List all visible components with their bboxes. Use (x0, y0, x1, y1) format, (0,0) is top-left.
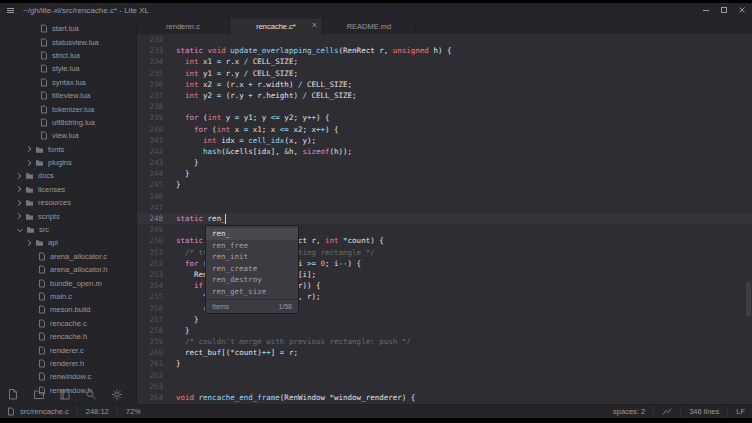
tree-file-view-lua[interactable]: view.lua (0, 129, 136, 142)
line-text (176, 381, 752, 392)
code-line-241[interactable]: 241 int idx = cell_idx(x, y); (137, 135, 752, 146)
editor-scrollbar[interactable] (746, 282, 751, 317)
tree-folder-docs[interactable]: docs (0, 169, 136, 182)
status-scroll-percent[interactable]: 72% (126, 407, 141, 416)
file-tree-sidebar: start.luastatusview.luastrict.luastyle.l… (0, 18, 137, 404)
status-line-count[interactable]: 346 lines (689, 407, 719, 416)
tree-file-titleview-lua[interactable]: titleview.lua (0, 89, 136, 102)
code-line-259[interactable]: 259 /* couldn't merge with previous rect… (137, 336, 752, 347)
graph-icon[interactable] (662, 407, 672, 416)
tree-item-label: fonts (48, 145, 64, 154)
tree-folder-src[interactable]: src (0, 223, 136, 236)
tree-file-strict-lua[interactable]: strict.lua (0, 49, 136, 62)
line-number: 260 (137, 347, 176, 358)
tree-item-label: renderer.c (50, 346, 84, 355)
tree-file-renwindow-c[interactable]: renwindow.c (0, 370, 136, 383)
code-line-263[interactable]: 263 (137, 381, 752, 392)
tab-renderer-c[interactable]: renderer.c (137, 18, 230, 34)
tree-item-label: bundle_open.m (50, 279, 102, 288)
tree-file-syntax-lua[interactable]: syntax.lua (0, 76, 136, 89)
code-line-264[interactable]: 264void rencache_end_frame(RenWindow *wi… (137, 392, 752, 403)
tree-folder-api[interactable]: api (0, 236, 136, 249)
status-indent-mode[interactable]: spaces: 2 (613, 407, 645, 416)
code-line-235[interactable]: 235 int y1 = r.y / CELL_SIZE; (137, 68, 752, 79)
settings-icon[interactable] (111, 388, 123, 401)
line-text: static ren_ (176, 213, 752, 224)
status-cursor-position[interactable]: 248:12 (86, 407, 109, 416)
code-line-234[interactable]: 234 int x1 = r.x / CELL_SIZE; (137, 56, 752, 67)
code-line-238[interactable]: 238 (137, 101, 752, 112)
code-line-258[interactable]: 258 } (137, 325, 752, 336)
tree-file-main-c[interactable]: main.c (0, 290, 136, 303)
tab-readme-md[interactable]: README.md (323, 18, 416, 34)
file-icon (40, 24, 48, 33)
code-line-240[interactable]: 240 for (int x = x1; x <= x2; x++) { (137, 124, 752, 135)
tree-folder-resources[interactable]: resources (0, 196, 136, 209)
code-line-236[interactable]: 236 int x2 = (r.x + r.width) / CELL_SIZE… (137, 79, 752, 90)
search-icon[interactable] (85, 388, 97, 401)
tree-file-arena-allocator-h[interactable]: arena_allocator.h (0, 263, 136, 276)
autocomplete-item-ren-destroy[interactable]: ren_destroy (206, 274, 298, 286)
autocomplete-items-label: Items (212, 303, 229, 310)
code-line-246[interactable]: 246 (137, 191, 752, 202)
tree-file-start-lua[interactable]: start.lua (0, 22, 136, 35)
tree-file-renderer-h[interactable]: renderer.h (0, 357, 136, 370)
code-line-260[interactable]: 260 rect_buf[(*count)++] = r; (137, 347, 752, 358)
code-line-262[interactable]: 262 (137, 370, 752, 381)
tree-folder-scripts[interactable]: scripts (0, 209, 136, 222)
menu-icon[interactable] (6, 6, 15, 15)
code-line-244[interactable]: 244 } (137, 168, 752, 179)
code-line-257[interactable]: 257 } (137, 314, 752, 325)
open-folder-icon[interactable] (33, 388, 45, 401)
tab-rencache-c[interactable]: rencache.c*× (230, 18, 323, 34)
book-icon[interactable] (59, 388, 71, 401)
tree-file-utf8string-lua[interactable]: utf8string.lua (0, 116, 136, 129)
code-line-243[interactable]: 243 } (137, 157, 752, 168)
code-line-245[interactable]: 245} (137, 179, 752, 190)
tree-file-arena-allocator-c[interactable]: arena_allocator.c (0, 250, 136, 263)
close-icon[interactable] (738, 6, 746, 14)
autocomplete-item-ren-free[interactable]: ren_free (206, 240, 298, 252)
tree-folder-plugins[interactable]: plugins (0, 156, 136, 169)
file-icon (38, 346, 46, 355)
code-editor[interactable]: 232233static void update_overlapping_cel… (137, 34, 752, 404)
autocomplete-item-ren-create[interactable]: ren_create (206, 263, 298, 275)
status-line-ending[interactable]: LF (736, 407, 745, 416)
tree-file-style-lua[interactable]: style.lua (0, 62, 136, 75)
minimize-icon[interactable] (702, 6, 710, 14)
code-line-248[interactable]: 248static ren_ (137, 213, 752, 224)
line-text: int idx = cell_idx(x, y); (176, 135, 752, 146)
tree-folder-licenses[interactable]: licenses (0, 183, 136, 196)
code-line-242[interactable]: 242 hash(&cells[idx], &h, sizeof(h)); (137, 146, 752, 157)
line-number: 233 (137, 45, 176, 56)
new-file-icon[interactable] (7, 388, 19, 401)
tree-item-label: statusview.lua (52, 38, 99, 47)
tree-file-bundle-open-m[interactable]: bundle_open.m (0, 276, 136, 289)
tree-file-tokenizer-lua[interactable]: tokenizer.lua (0, 102, 136, 115)
autocomplete-item-ren[interactable]: ren_ (206, 228, 298, 240)
line-number: 241 (137, 135, 176, 146)
code-line-247[interactable]: 247 (137, 202, 752, 213)
code-line-233[interactable]: 233static void update_overlapping_cells(… (137, 45, 752, 56)
tab-close-icon[interactable]: × (312, 20, 317, 31)
tree-item-label: utf8string.lua (52, 118, 95, 127)
tree-file-meson-build[interactable]: meson.build (0, 303, 136, 316)
autocomplete-item-ren-init[interactable]: ren_init (206, 251, 298, 263)
file-icon (40, 64, 48, 73)
line-text: rect_buf[(*count)++] = r; (176, 347, 752, 358)
code-line-239[interactable]: 239 for (int y = y1; y <= y2; y++) { (137, 112, 752, 123)
autocomplete-item-ren-get-size[interactable]: ren_get_size (206, 286, 298, 298)
line-text: int y1 = r.y / CELL_SIZE; (176, 68, 752, 79)
tree-folder-fonts[interactable]: fonts (0, 143, 136, 156)
tree-file-rencache-h[interactable]: rencache.h (0, 330, 136, 343)
status-filename[interactable]: src/rencache.c (20, 407, 69, 416)
tree-file-renderer-c[interactable]: renderer.c (0, 343, 136, 356)
maximize-icon[interactable] (720, 6, 728, 14)
line-number: 259 (137, 336, 176, 347)
code-line-237[interactable]: 237 int y2 = (r.y + r.height) / CELL_SIZ… (137, 90, 752, 101)
line-text: int x1 = r.x / CELL_SIZE; (176, 56, 752, 67)
tree-file-rencache-c[interactable]: rencache.c (0, 317, 136, 330)
code-line-232[interactable]: 232 (137, 34, 752, 45)
tree-file-statusview-lua[interactable]: statusview.lua (0, 35, 136, 48)
code-line-261[interactable]: 261} (137, 358, 752, 369)
